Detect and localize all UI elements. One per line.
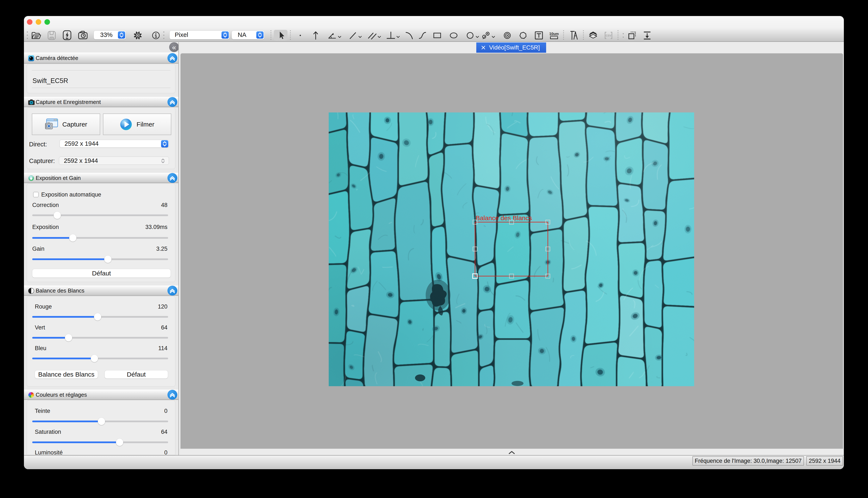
svg-text:10um: 10um: [549, 32, 559, 36]
svg-text:Balance des Blancs: Balance des Blancs: [476, 214, 532, 222]
svg-text:CSV: CSV: [606, 34, 612, 37]
